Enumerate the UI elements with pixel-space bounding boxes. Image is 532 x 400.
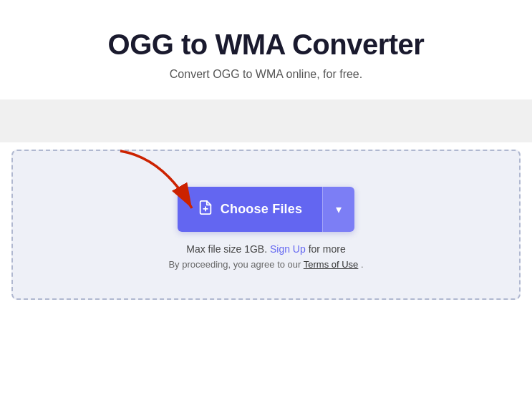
file-info: Max file size 1GB. Sign Up for more xyxy=(186,243,346,255)
file-upload-icon xyxy=(198,200,213,219)
file-size-text: Max file size 1GB. xyxy=(186,243,267,255)
page-title: OGG to WMA Converter xyxy=(14,29,518,61)
signup-link[interactable]: Sign Up xyxy=(270,243,306,255)
subtitle: Convert OGG to WMA online, for free. xyxy=(14,68,518,81)
header-section: OGG to WMA Converter Convert OGG to WMA … xyxy=(0,0,532,92)
terms-of-use-link[interactable]: Terms of Use xyxy=(304,259,359,270)
terms-suffix: . xyxy=(361,259,364,270)
drop-zone[interactable]: Choose Files ▾ Max file size 1GB. Sign U… xyxy=(11,150,521,300)
signup-suffix: for more xyxy=(309,243,346,255)
terms-prefix: By proceeding, you agree to our xyxy=(168,259,303,270)
dropdown-button[interactable]: ▾ xyxy=(322,187,354,232)
choose-files-button[interactable]: Choose Files xyxy=(178,187,322,232)
choose-files-row: Choose Files ▾ xyxy=(178,187,354,232)
choose-files-label: Choose Files xyxy=(221,202,302,217)
top-bar xyxy=(0,99,532,142)
drop-zone-wrapper: Choose Files ▾ Max file size 1GB. Sign U… xyxy=(0,142,532,307)
chevron-down-icon: ▾ xyxy=(336,203,342,216)
terms-line: By proceeding, you agree to our Terms of… xyxy=(168,259,363,270)
